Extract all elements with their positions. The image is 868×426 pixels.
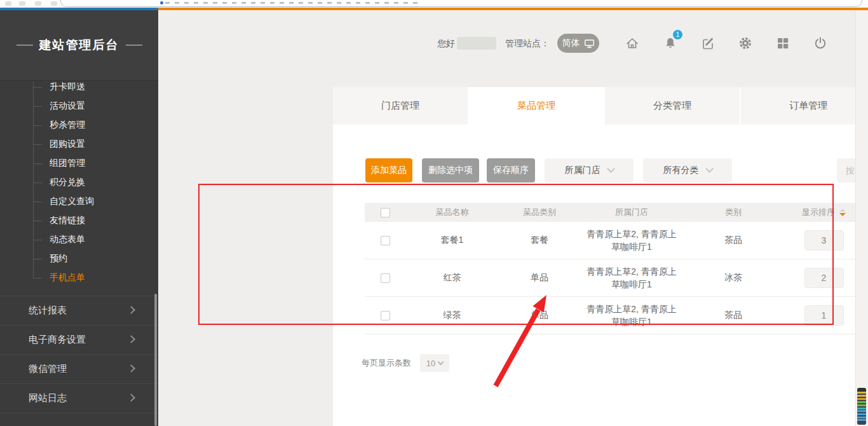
title-dash-right <box>126 45 142 46</box>
sidebar-item-upgrade-gift[interactable]: 升卡即送 <box>0 78 158 97</box>
sort-arrows-icon[interactable] <box>839 209 846 216</box>
sidebar-item-label: 友情链接 <box>50 215 85 226</box>
home-icon[interactable] <box>625 36 640 51</box>
col-dish-type: 菜品类别 <box>498 207 581 218</box>
browser-button-fragment <box>35 1 41 6</box>
language-button[interactable]: 简体 <box>557 34 599 53</box>
sort-order-input[interactable]: 1 <box>804 305 844 326</box>
sidebar-item-points-exchange[interactable]: 积分兑换 <box>0 173 158 192</box>
sort-order-input[interactable]: 2 <box>804 268 844 288</box>
col-category: 类别 <box>682 207 784 218</box>
url-text-fragment <box>165 2 419 4</box>
table-row: 红茶 单品 青青原上草2, 青青原上草咖啡厅1 冰茶 2 <box>365 259 868 297</box>
greeting-text: 您好 <box>437 37 455 50</box>
sort-header-label: 显示排序 <box>802 207 835 218</box>
add-dish-button[interactable]: 添加菜品 <box>365 158 412 182</box>
chevron-right-icon <box>127 306 135 314</box>
select-all-checkbox[interactable] <box>381 208 390 217</box>
store-filter-dropdown[interactable]: 所属门店 <box>545 158 634 182</box>
chevron-right-icon <box>127 335 135 343</box>
sidebar-item-dynamic-forms[interactable]: 动态表单 <box>0 230 158 249</box>
chevron-down-icon <box>705 165 714 173</box>
sidebar-section-ecommerce[interactable]: 电子商务设置 <box>0 325 158 354</box>
dish-name: 红茶 <box>406 272 498 284</box>
sidebar-header: 建站管理后台 <box>0 10 158 81</box>
sidebar-item-label: 手机点单 <box>50 272 85 284</box>
page-size-dropdown[interactable]: 10 <box>420 354 449 372</box>
category-filter-label: 所有分类 <box>663 165 699 176</box>
gear-icon[interactable] <box>738 36 753 51</box>
chevron-right-icon <box>127 394 135 402</box>
sidebar-item-mobile-ordering[interactable]: 手机点单 <box>0 268 158 287</box>
sidebar-item-label: 积分兑换 <box>50 177 85 188</box>
delete-selected-button[interactable]: 删除选中项 <box>422 158 479 182</box>
sidebar-item-activity-settings[interactable]: 活动设置 <box>0 97 158 116</box>
sidebar-section-statistics[interactable]: 统计报表 <box>0 296 158 325</box>
sidebar-item-custom-query[interactable]: 自定义查询 <box>0 192 158 211</box>
sidebar-scrollbar[interactable] <box>154 294 157 426</box>
site-label: 管理站点： <box>505 37 550 50</box>
sidebar-item-label: 预约 <box>50 253 67 265</box>
col-sort-order[interactable]: 显示排序 <box>784 207 864 218</box>
dish-category: 冰茶 <box>682 272 784 284</box>
browser-chrome-strip <box>0 0 868 8</box>
dish-name: 套餐1 <box>406 235 498 246</box>
browser-button-fragment <box>5 1 11 6</box>
row-checkbox[interactable] <box>381 273 390 283</box>
sidebar-item-flashsale[interactable]: 秒杀管理 <box>0 116 158 135</box>
save-order-button[interactable]: 保存顺序 <box>487 158 535 182</box>
topbar: 您好 管理站点： 简体 <box>158 10 868 77</box>
table-header: 菜品名称 菜品类别 所属门店 类别 显示排序 操作 <box>365 203 868 222</box>
app-title: 建站管理后台 <box>39 37 119 53</box>
row-checkbox[interactable] <box>381 236 390 245</box>
sidebar-item-group-manage[interactable]: 组团管理 <box>0 154 158 173</box>
compose-icon[interactable] <box>700 36 715 51</box>
table-row: 套餐1 套餐 青青原上草2, 青青原上草咖啡厅1 茶品 3 <box>365 222 868 259</box>
sort-up-icon <box>839 209 846 212</box>
page-scrollbar-thumb[interactable] <box>857 388 866 425</box>
notification-badge: 1 <box>673 30 682 39</box>
sidebar-item-label: 秒杀管理 <box>50 120 85 131</box>
title-dash-left <box>17 45 33 46</box>
sidebar-item-reservation[interactable]: 预约 <box>0 249 158 268</box>
content: 您好 管理站点： 简体 <box>158 10 868 426</box>
dish-category: 茶品 <box>682 310 784 321</box>
sort-order-input[interactable]: 3 <box>804 230 844 251</box>
dish-category: 茶品 <box>682 235 784 246</box>
sidebar-section-wechat[interactable]: 微信管理 <box>0 354 158 383</box>
section-label: 统计报表 <box>29 305 67 317</box>
dish-name: 绿茶 <box>406 310 498 321</box>
power-icon[interactable] <box>813 36 828 51</box>
sidebar: 建站管理后台 升卡即送 活动设置 秒杀管理 团购设置 组团管理 积分兑换 自定义… <box>0 10 158 426</box>
sidebar-item-label: 动态表单 <box>50 234 85 245</box>
tab-label: 门店管理 <box>381 100 419 112</box>
sidebar-item-groupbuy-settings[interactable]: 团购设置 <box>0 135 158 154</box>
row-checkbox[interactable] <box>381 311 390 320</box>
sidebar-item-friend-links[interactable]: 友情链接 <box>0 211 158 230</box>
browser-button-fragment <box>51 1 57 6</box>
sidebar-item-label: 活动设置 <box>50 100 85 112</box>
store-names: 青青原上草2, 青青原上草咖啡厅1 <box>581 265 682 291</box>
chevron-right-icon <box>127 364 135 373</box>
store-names: 青青原上草2, 青青原上草咖啡厅1 <box>581 228 682 254</box>
page-size-value: 10 <box>426 359 435 368</box>
tab-category-management[interactable]: 分类管理 <box>605 87 740 125</box>
tab-label: 分类管理 <box>653 100 691 112</box>
category-filter-dropdown[interactable]: 所有分类 <box>643 158 732 182</box>
sidebar-section-site-log[interactable]: 网站日志 <box>0 383 158 413</box>
col-dish-name: 菜品名称 <box>406 207 498 218</box>
table-row: 绿茶 单品 青青原上草2, 青青原上草咖啡厅1 茶品 1 <box>365 297 868 334</box>
language-label: 简体 <box>562 38 580 49</box>
monitor-icon <box>584 39 595 48</box>
sort-down-icon <box>839 213 846 216</box>
dish-type: 单品 <box>498 310 581 321</box>
grid-icon[interactable] <box>775 36 790 51</box>
main-panel: 门店管理 菜品管理 分类管理 订单管理 配料管理 添加菜品 删除选中项 保存顺序… <box>333 87 868 426</box>
tab-dish-management[interactable]: 菜品管理 <box>469 87 604 125</box>
page-scrollbar-track[interactable] <box>855 10 868 426</box>
tab-store-management[interactable]: 门店管理 <box>333 87 468 125</box>
section-label: 微信管理 <box>29 363 67 375</box>
sidebar-item-label: 组团管理 <box>50 158 85 169</box>
store-filter-label: 所属门店 <box>565 165 600 176</box>
tab-order-management[interactable]: 订单管理 <box>741 87 868 125</box>
